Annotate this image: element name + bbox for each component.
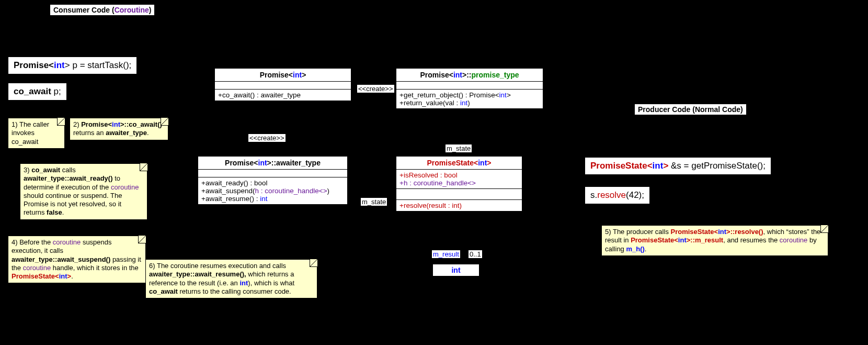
consumer-code-line2: co_await p; bbox=[8, 83, 67, 101]
producer-code-line1: PromiseState<int> &s = getPromiseState()… bbox=[585, 157, 771, 175]
uml-attrs: +isResolved : bool +h : coroutine_handle… bbox=[396, 170, 522, 189]
consumer-header: Consumer Code (Coroutine) bbox=[50, 4, 155, 16]
text: ) bbox=[149, 6, 152, 14]
uml-promise-type: Promise<int>::promise_type +get_return_o… bbox=[396, 68, 543, 109]
uml-title: Promise<int> bbox=[215, 69, 351, 82]
diagram-stage: Consumer Code (Coroutine) Producer Code … bbox=[0, 0, 868, 345]
text: Coroutine bbox=[115, 6, 149, 14]
uml-promise: Promise<int> +co_await() : awaiter_type bbox=[214, 68, 351, 101]
uml-attrs bbox=[198, 170, 347, 177]
label-mresult: m_result bbox=[432, 250, 460, 258]
uml-attrs bbox=[215, 82, 351, 90]
uml-ops: +await_ready() : bool +await_suspend(h :… bbox=[198, 177, 347, 204]
note-5: 5) The producer calls PromiseState<int>:… bbox=[601, 225, 828, 256]
label-create: <<create>> bbox=[248, 134, 285, 142]
producer-code-line2: s.resolve(42); bbox=[585, 186, 650, 204]
text: Consumer Code ( bbox=[53, 6, 115, 14]
uml-title: Promise<int>::awaiter_type bbox=[198, 157, 347, 170]
label-mstate: m_state bbox=[446, 144, 472, 152]
uml-int-box: int bbox=[432, 264, 479, 276]
uml-awaiter: Promise<int>::awaiter_type +await_ready(… bbox=[198, 156, 348, 205]
label-create: <<create>> bbox=[357, 85, 394, 93]
note-6: 6) The coroutine resumes execution and c… bbox=[145, 259, 317, 298]
uml-ops: +get_return_object() : Promise<int> +ret… bbox=[396, 90, 543, 108]
uml-ops: +resolve(result : int) bbox=[396, 200, 522, 211]
note-4: 4) Before the coroutine suspends executi… bbox=[8, 236, 146, 283]
consumer-code-line1: Promise<int> p = startTask(); bbox=[8, 57, 137, 74]
label-mstate: m_state bbox=[361, 198, 387, 206]
text: Producer Code (Normal Code) bbox=[638, 105, 743, 114]
uml-attrs bbox=[396, 82, 543, 90]
uml-empty bbox=[396, 189, 522, 200]
note-2: 2) Promise<int>::co_await() returns an a… bbox=[70, 118, 168, 140]
uml-title: Promise<int>::promise_type bbox=[396, 69, 543, 82]
note-3: 3) co_await calls awaiter_type::await_re… bbox=[20, 163, 147, 220]
producer-header: Producer Code (Normal Code) bbox=[634, 104, 747, 115]
label-multiplicity: 0..1 bbox=[469, 250, 482, 258]
uml-ops: +co_await() : awaiter_type bbox=[215, 90, 351, 101]
uml-title: PromiseState<int> bbox=[396, 157, 522, 170]
note-1: 1) The caller invokes co_await bbox=[8, 118, 65, 149]
uml-promise-state: PromiseState<int> +isResolved : bool +h … bbox=[396, 156, 522, 212]
